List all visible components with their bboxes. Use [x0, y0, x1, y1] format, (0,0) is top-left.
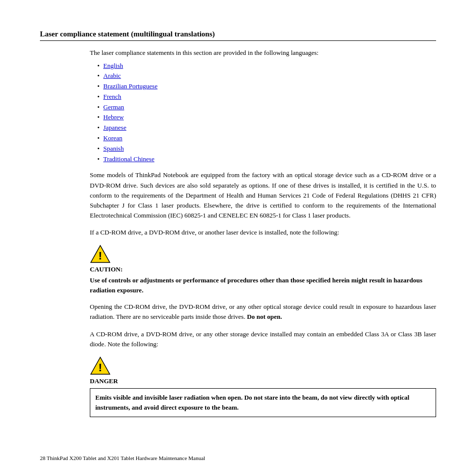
- language-list-item: Traditional Chinese: [97, 154, 436, 165]
- footer-page: 28: [40, 455, 45, 461]
- danger-box: Emits visible and invisible laser radiat…: [90, 388, 436, 417]
- language-list-item: Arabic: [97, 71, 436, 81]
- language-link[interactable]: English: [103, 62, 123, 69]
- section-title: Laser compliance statement (multilingual…: [40, 30, 436, 41]
- language-link[interactable]: Spanish: [103, 145, 124, 152]
- caution-text: Use of controls or adjustments or perfor…: [90, 275, 436, 295]
- language-link[interactable]: Traditional Chinese: [103, 155, 154, 163]
- language-link[interactable]: Hebrew: [103, 113, 124, 121]
- language-list-item: Hebrew: [97, 112, 436, 123]
- intro-text: The laser compliance statements in this …: [90, 48, 436, 58]
- language-link[interactable]: French: [103, 93, 121, 100]
- paragraph-3-bold: Do not open.: [247, 313, 282, 320]
- paragraph-1: Some models of ThinkPad Notebook are equ…: [90, 170, 436, 221]
- svg-text:!: !: [98, 361, 102, 374]
- page-container: Laser compliance statement (multilingual…: [0, 0, 476, 451]
- language-list: EnglishArabicBrazilian PortugueseFrenchG…: [97, 61, 436, 165]
- language-list-item: German: [97, 102, 436, 113]
- language-link[interactable]: German: [103, 103, 124, 111]
- paragraph-4: A CD-ROM drive, a DVD-ROM drive, or any …: [90, 329, 436, 349]
- language-list-item: English: [97, 61, 436, 71]
- caution-label: CAUTION:: [90, 265, 436, 273]
- language-list-item: Brazilian Portuguese: [97, 81, 436, 92]
- caution-icon: !: [90, 244, 111, 263]
- caution-block: ! CAUTION: Use of controls or adjustment…: [90, 244, 436, 295]
- language-link[interactable]: Arabic: [103, 72, 121, 79]
- footer-text: ThinkPad X200 Tablet and X201 Tablet Har…: [47, 455, 206, 461]
- language-link[interactable]: Korean: [103, 134, 122, 142]
- language-list-item: Japanese: [97, 123, 436, 133]
- language-list-item: Korean: [97, 133, 436, 144]
- language-link[interactable]: Japanese: [103, 124, 126, 131]
- language-list-item: Spanish: [97, 144, 436, 154]
- paragraph-3: Opening the CD-ROM drive, the DVD-ROM dr…: [90, 302, 436, 322]
- danger-icon: !: [90, 356, 111, 375]
- paragraph-2: If a CD-ROM drive, a DVD-ROM drive, or a…: [90, 228, 436, 238]
- danger-block: ! DANGER Emits visible and invisible las…: [90, 356, 436, 417]
- footer: 28 ThinkPad X200 Tablet and X201 Tablet …: [40, 455, 205, 461]
- language-link[interactable]: Brazilian Portuguese: [103, 82, 158, 90]
- language-list-item: French: [97, 92, 436, 102]
- danger-label: DANGER: [90, 377, 436, 385]
- svg-text:!: !: [98, 249, 102, 262]
